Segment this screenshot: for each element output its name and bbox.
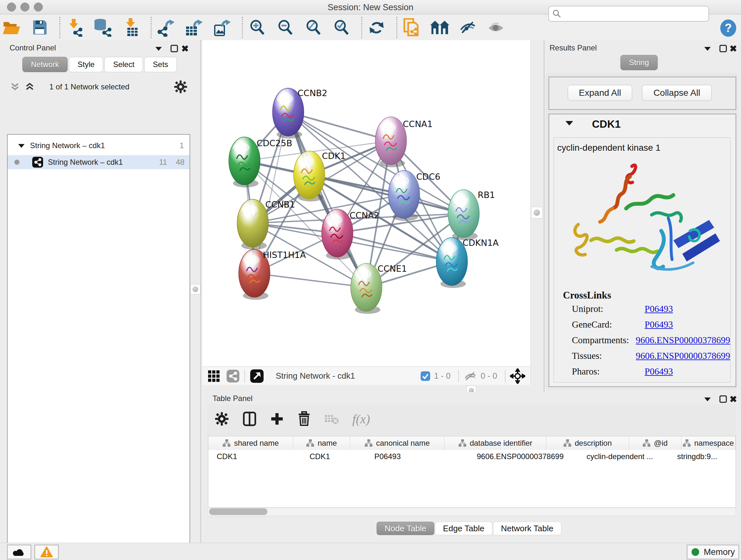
right-splitter-handle[interactable] [531,207,542,219]
export-table-button[interactable] [185,18,204,37]
zoom-in-button[interactable] [248,18,267,37]
hidden-eye-icon[interactable] [463,370,477,382]
show-columns-icon[interactable] [243,411,257,427]
protein-card-expander-icon[interactable] [564,119,575,127]
tab-edge-table[interactable]: Edge Table [435,522,492,535]
edge-HIST1H1A-CCNE1[interactable] [254,273,366,287]
new-network-from-selection-button[interactable] [402,18,421,37]
first-neighbors-button[interactable] [430,18,449,37]
network-view-badge-icon[interactable] [226,369,240,383]
table-row[interactable]: CDK1CDK1P064939606.ENSP00000378699cyclin… [208,450,736,463]
node-HIST1H1A[interactable]: HIST1H1A [239,249,306,300]
node-RB1[interactable]: RB1 [448,190,495,240]
column-header-name[interactable]: name [293,436,350,450]
open-session-button[interactable] [2,18,21,37]
grid-view-icon[interactable] [207,369,221,383]
add-column-icon[interactable] [270,412,284,426]
search-box[interactable] [548,6,709,22]
zoom-out-button[interactable] [276,18,295,37]
collapse-all-button[interactable]: Collapse All [642,85,712,101]
table-toolbar: f(x) [214,411,370,427]
control-panel: Control Panel ✖ NetworkStyleSelectSets 1… [0,40,201,543]
edge-CCNB2-CCNE1[interactable] [288,112,366,287]
control-panel-close-icon[interactable]: ✖ [181,44,189,54]
tab-network[interactable]: Network [22,57,68,72]
network-canvas[interactable]: CCNB2 CCNA1 CDC25B CDK1 CDC6 RB1 CCNB1 C… [202,40,530,367]
svg-text:?: ? [725,21,732,35]
column-header-shared-name[interactable]: shared name [208,436,293,450]
node-CDKN1A[interactable]: CDKN1A [436,238,499,288]
column-header-database-identifier[interactable]: database identifier [445,436,546,450]
crosslink-link[interactable]: 9606.ENSP00000378699 [636,335,730,346]
selected-checkbox-icon[interactable] [420,371,431,381]
left-splitter-handle[interactable] [190,284,200,294]
node-CCNA1[interactable]: CCNA1 [375,117,433,167]
node-table[interactable]: shared namenamecanonical namedatabase id… [208,436,736,508]
column-header-canonical-name[interactable]: canonical name [350,436,445,450]
expand-all-button[interactable]: Expand All [568,85,632,101]
column-header-namespace[interactable]: namespace [681,436,736,450]
table-cell[interactable]: stringdb:9... [669,450,729,463]
table-cell[interactable]: CDK1 [301,450,366,463]
refresh-view-button[interactable] [367,18,386,37]
function-builder-fx[interactable]: f(x) [352,412,370,427]
export-network-button[interactable] [156,18,176,37]
import-network-from-file-button[interactable] [65,18,84,37]
import-network-from-database-button[interactable] [93,18,112,37]
fit-selected-crosshair-icon[interactable] [510,368,525,384]
table-cell[interactable]: CDK1 [208,450,301,463]
node-CDC25B[interactable]: CDC25B [229,137,292,187]
table-horizontal-scrollbar[interactable] [208,508,735,515]
control-panel-float-icon[interactable] [170,44,179,53]
delete-column-trash-icon[interactable] [297,411,311,427]
delete-table-icon[interactable] [324,413,339,425]
export-image-button[interactable] [212,18,232,37]
table-scrollbar-thumb[interactable] [209,508,267,515]
save-session-button[interactable] [30,18,49,37]
results-panel-collapse-icon[interactable] [703,45,712,52]
table-cell[interactable]: stringdb [729,450,736,463]
warnings-button[interactable] [35,545,59,559]
table-settings-gear-icon[interactable] [214,412,229,426]
results-panel-float-icon[interactable] [719,44,728,53]
column-header--id[interactable]: @id [629,436,681,450]
node-CCNE1[interactable]: CCNE1 [351,263,407,314]
tab-network-table[interactable]: Network Table [493,522,561,535]
results-panel-close-icon[interactable]: ✖ [730,44,737,54]
zoom-selected-button[interactable] [332,18,351,37]
node-CCNB2[interactable]: CCNB2 [273,88,327,138]
control-panel-collapse-icon[interactable] [154,45,163,52]
table-panel-close-icon[interactable]: ✖ [730,394,737,405]
table-cell[interactable]: cyclin-dependent ... [578,450,669,463]
table-cell[interactable]: P06493 [366,450,468,463]
network-options-gear-icon[interactable] [174,80,188,94]
detach-view-icon[interactable] [250,369,264,383]
network-collection-row[interactable]: String Network – cdk1 1 [8,135,190,152]
hide-selected-button[interactable] [458,18,477,37]
crosslink-link[interactable]: P06493 [645,319,673,330]
table-panel-collapse-icon[interactable] [703,395,712,403]
crosslink-link[interactable]: 9606.ENSP00000378699 [636,351,730,361]
table-panel-float-icon[interactable] [719,395,728,403]
crosslink-row: Uniprot: P06493 [572,304,730,314]
tab-string[interactable]: String [620,55,658,70]
memory-button[interactable]: Memory [687,545,739,559]
tree-expander-icon[interactable] [17,142,25,149]
column-header-description[interactable]: description [546,436,629,450]
network-row-selected[interactable]: String Network – cdk1 11 48 [8,155,190,169]
help-button[interactable]: ? [719,19,737,37]
table-cell[interactable]: 9606.ENSP00000378699 [468,450,578,463]
tab-node-table[interactable]: Node Table [377,522,434,535]
cloud-button[interactable] [7,545,31,559]
import-table-from-file-button[interactable] [121,18,140,37]
tab-sets[interactable]: Sets [144,57,177,72]
crosslinks-heading: CrossLinks [563,290,730,301]
crosslink-link[interactable]: P06493 [645,366,673,377]
tab-style[interactable]: Style [69,57,103,72]
network-graph[interactable]: CCNB2 CCNA1 CDC25B CDK1 CDC6 RB1 CCNB1 C… [202,40,530,367]
zoom-fit-button[interactable] [304,18,323,37]
search-input[interactable] [565,9,709,18]
show-all-hidden-button[interactable] [486,18,506,37]
tab-select[interactable]: Select [105,57,143,72]
crosslink-link[interactable]: P06493 [645,304,673,314]
